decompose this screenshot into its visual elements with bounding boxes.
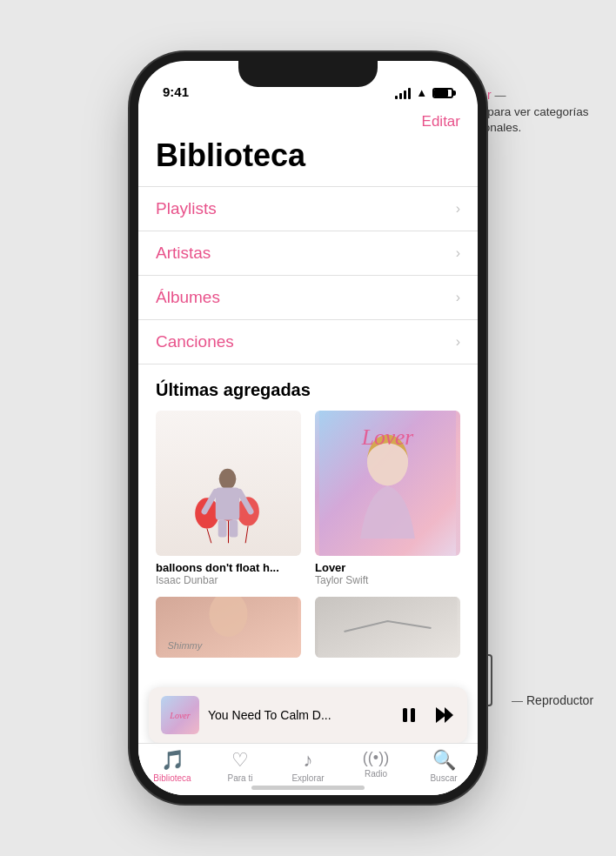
callout-arrow-icon: —: [495, 88, 506, 104]
svg-text:Lover: Lover: [361, 425, 415, 450]
album-art-partial-face[interactable]: Shimmy: [156, 597, 301, 658]
mini-controls: [399, 706, 455, 725]
album-card-balloons[interactable]: balloons don't float h... Isaac Dunbar: [156, 411, 301, 586]
explorar-icon: ♪: [304, 749, 313, 772]
svg-rect-8: [216, 487, 240, 519]
biblioteca-icon: 🎵: [161, 749, 184, 772]
tab-buscar[interactable]: 🔍 Buscar: [410, 749, 478, 783]
svg-rect-21: [411, 708, 415, 722]
tab-para-ti[interactable]: ♡ Para ti: [206, 749, 274, 783]
svg-text:Shimmy: Shimmy: [168, 640, 204, 651]
tab-radio-label: Radio: [365, 769, 387, 779]
main-content: Editar Biblioteca Playlists › Artistas ›…: [138, 104, 478, 795]
mini-player-info: You Need To Calm D...: [208, 708, 391, 722]
library-item-canciones-label: Canciones: [156, 332, 234, 351]
library-item-artistas[interactable]: Artistas ›: [138, 231, 478, 276]
signal-bar-1: [395, 96, 398, 99]
balloon-svg: [156, 411, 301, 556]
section-recently-added-title: Últimas agregadas: [138, 364, 478, 411]
battery-fill: [434, 90, 448, 97]
callout-editar-text: Toca para ver categorías adicionales.: [459, 104, 616, 137]
notch: [238, 61, 378, 87]
svg-marker-23: [445, 707, 453, 723]
balloon-scene: [156, 411, 301, 556]
reproductor-dash: —: [512, 693, 523, 709]
album-art-partial-grey[interactable]: [315, 597, 460, 658]
skip-forward-icon: [434, 706, 455, 725]
signal-bar-2: [399, 93, 402, 99]
library-item-albumes[interactable]: Álbumes ›: [138, 276, 478, 320]
callout-reproductor-text: Reproductor: [526, 692, 593, 710]
library-item-playlists-label: Playlists: [156, 199, 217, 218]
album-title-lover: Lover: [315, 561, 460, 574]
status-icons: ▲: [395, 86, 453, 99]
album-card-lover[interactable]: Lover Lover Taylor Swift: [315, 411, 460, 586]
tab-biblioteca-label: Biblioteca: [153, 773, 191, 783]
signal-bar-3: [404, 90, 406, 99]
library-item-albumes-label: Álbumes: [156, 288, 220, 307]
library-item-artistas-label: Artistas: [156, 244, 211, 263]
svg-point-7: [219, 469, 237, 490]
tab-para-ti-label: Para ti: [228, 773, 253, 783]
album-art-balloons: [156, 411, 301, 556]
face-art: Shimmy: [156, 597, 301, 658]
radio-icon: ((•)): [363, 749, 389, 767]
tab-buscar-label: Buscar: [430, 773, 457, 783]
scene: Editar — Toca para ver categorías adicio…: [0, 0, 616, 856]
album-title-balloons: balloons don't float h...: [156, 561, 301, 574]
phone-frame: 9:41 ▲ Editar Biblioteca: [138, 61, 478, 795]
battery-icon: [432, 88, 453, 98]
library-list: Playlists › Artistas › Álbumes › Cancion…: [138, 186, 478, 364]
album-artist-balloons: Isaac Dunbar: [156, 574, 301, 586]
search-icon: 🔍: [432, 749, 456, 772]
mini-album-art: Lover: [161, 696, 199, 734]
mini-album-art-text: Lover: [170, 711, 190, 720]
reproductor-bracket: [479, 654, 492, 706]
chevron-right-icon: ›: [456, 245, 460, 261]
album-art-lover: Lover: [315, 411, 460, 556]
mini-player-title: You Need To Calm D...: [208, 708, 391, 722]
pause-icon: [399, 706, 418, 725]
chevron-right-icon: ›: [456, 334, 460, 350]
para-ti-icon: ♡: [231, 749, 249, 772]
svg-rect-20: [403, 708, 407, 722]
status-time: 9:41: [163, 84, 189, 99]
library-item-canciones[interactable]: Canciones ›: [138, 320, 478, 364]
svg-rect-10: [229, 520, 238, 538]
wifi-icon: ▲: [416, 86, 427, 99]
lover-art: Lover: [315, 411, 460, 556]
album-grid: balloons don't float h... Isaac Dunbar: [138, 411, 478, 586]
chevron-right-icon: ›: [456, 201, 460, 217]
home-indicator: [251, 786, 365, 790]
callout-reproductor: — Reproductor: [512, 692, 616, 710]
edit-button[interactable]: Editar: [422, 113, 460, 130]
tab-explorar[interactable]: ♪ Explorar: [274, 749, 342, 783]
skip-forward-button[interactable]: [434, 706, 455, 725]
tab-radio[interactable]: ((•)) Radio: [342, 749, 410, 779]
tab-biblioteca[interactable]: 🎵 Biblioteca: [138, 749, 206, 783]
callout-editar: Editar — Toca para ver categorías adicio…: [459, 87, 616, 137]
signal-bar-4: [408, 88, 411, 99]
album-artist-lover: Taylor Swift: [315, 574, 460, 586]
mini-player[interactable]: Lover You Need To Calm D...: [149, 687, 467, 743]
lover-svg: Lover: [315, 411, 460, 556]
svg-rect-19: [318, 597, 458, 658]
page-title: Biblioteca: [138, 134, 478, 186]
grey-art: [315, 597, 460, 658]
tab-explorar-label: Explorar: [291, 773, 324, 783]
chevron-right-icon: ›: [456, 290, 460, 305]
svg-rect-9: [218, 520, 227, 538]
album-grid-row2: Shimmy: [138, 586, 478, 658]
header: Editar: [138, 104, 478, 134]
library-item-playlists[interactable]: Playlists ›: [138, 187, 478, 231]
signal-bars: [395, 87, 411, 99]
pause-button[interactable]: [399, 706, 418, 725]
